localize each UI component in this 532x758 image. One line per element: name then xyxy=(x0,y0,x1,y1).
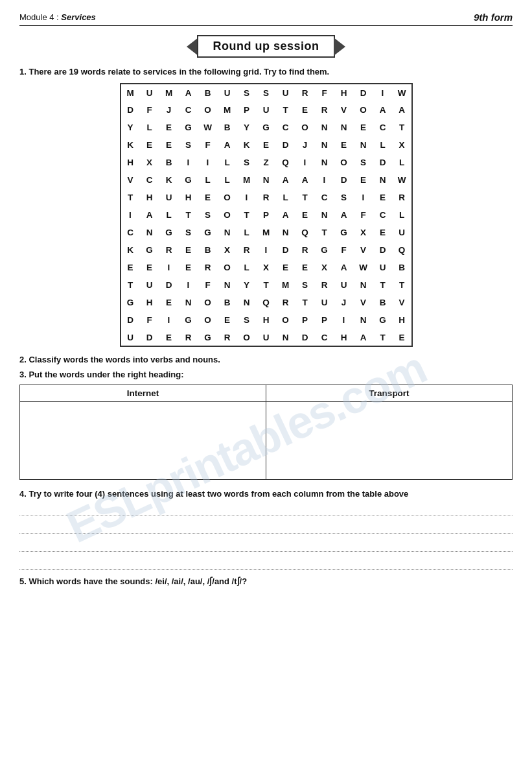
category-table: Internet Transport xyxy=(19,385,513,480)
ws-cell: S xyxy=(257,84,276,101)
ws-cell: A xyxy=(393,101,412,119)
ws-cell: L xyxy=(218,154,237,171)
ws-cell: O xyxy=(354,101,373,119)
ws-cell: G xyxy=(121,294,140,311)
ws-cell: T xyxy=(373,329,393,346)
ws-cell: B xyxy=(373,294,393,311)
ws-cell: O xyxy=(237,329,257,346)
ws-cell: R xyxy=(198,259,218,276)
ws-cell: R xyxy=(159,241,179,259)
ws-cell: T xyxy=(276,101,295,119)
ws-cell: R xyxy=(295,241,315,259)
ws-cell: E xyxy=(140,259,159,276)
ws-cell: S xyxy=(237,84,257,101)
ws-cell: G xyxy=(179,171,198,189)
ws-cell: E xyxy=(159,136,179,154)
ws-cell: T xyxy=(315,224,334,241)
ws-cell: L xyxy=(218,171,237,189)
ws-cell: H xyxy=(393,311,412,329)
ws-cell: N xyxy=(334,119,354,136)
ws-cell: T xyxy=(295,294,315,311)
ws-cell: I xyxy=(237,189,257,206)
ws-cell: E xyxy=(334,136,354,154)
ws-cell: E xyxy=(121,259,140,276)
ws-cell: N xyxy=(276,224,295,241)
ws-cell: M xyxy=(237,171,257,189)
ws-cell: E xyxy=(295,206,315,224)
ws-cell: T xyxy=(393,119,412,136)
ws-cell: U xyxy=(140,276,159,294)
ws-cell: O xyxy=(218,189,237,206)
ws-cell: G xyxy=(315,241,334,259)
right-arrow-icon xyxy=(334,38,345,56)
ws-cell: N xyxy=(315,119,334,136)
ws-cell: W xyxy=(198,119,218,136)
ws-cell: F xyxy=(140,101,159,119)
ws-cell: H xyxy=(140,189,159,206)
ws-cell: O xyxy=(276,311,295,329)
ws-cell: J xyxy=(295,136,315,154)
ws-cell: N xyxy=(140,224,159,241)
ws-cell: W xyxy=(393,171,412,189)
ws-cell: N xyxy=(354,311,373,329)
answer-line-1 xyxy=(19,504,513,515)
ws-cell: U xyxy=(121,329,140,346)
ws-cell: D xyxy=(373,241,393,259)
answer-line-3 xyxy=(19,540,513,552)
ws-cell: K xyxy=(121,241,140,259)
ws-cell: X xyxy=(315,259,334,276)
ws-cell: N xyxy=(218,276,237,294)
ws-cell: Q xyxy=(257,294,276,311)
ws-cell: U xyxy=(276,84,295,101)
ws-cell: Y xyxy=(237,119,257,136)
ws-cell: E xyxy=(159,329,179,346)
ws-cell: X xyxy=(218,241,237,259)
ws-cell: S xyxy=(295,276,315,294)
wordsearch-wrapper: MUMABUSSURFHDIWDFJCOMPUTERVOAAYLEGWBYGCO… xyxy=(19,83,513,347)
ws-cell: I xyxy=(179,154,198,171)
ws-cell: R xyxy=(315,276,334,294)
col-transport-header: Transport xyxy=(266,385,513,402)
question-1: 1. There are 19 words relate to services… xyxy=(19,67,513,77)
ws-cell: R xyxy=(179,329,198,346)
ws-cell: T xyxy=(295,189,315,206)
ws-cell: I xyxy=(315,171,334,189)
ws-cell: L xyxy=(198,171,218,189)
ws-cell: E xyxy=(140,136,159,154)
ws-cell: K xyxy=(159,171,179,189)
ws-cell: T xyxy=(179,206,198,224)
ws-cell: A xyxy=(140,206,159,224)
ws-cell: H xyxy=(257,311,276,329)
ws-cell: N xyxy=(373,171,393,189)
ws-cell: R xyxy=(295,84,315,101)
ws-cell: D xyxy=(373,154,393,171)
ws-cell: C xyxy=(315,329,334,346)
ws-cell: U xyxy=(140,84,159,101)
ws-cell: G xyxy=(257,119,276,136)
ws-cell: U xyxy=(257,329,276,346)
ws-cell: G xyxy=(140,241,159,259)
ws-cell: M xyxy=(257,224,276,241)
ws-cell: M xyxy=(276,276,295,294)
ws-cell: R xyxy=(276,294,295,311)
ws-cell: V xyxy=(354,241,373,259)
ws-cell: X xyxy=(140,154,159,171)
ws-cell: D xyxy=(334,171,354,189)
ws-cell: A xyxy=(354,329,373,346)
ws-cell: F xyxy=(198,276,218,294)
ws-cell: L xyxy=(276,189,295,206)
ws-cell: O xyxy=(218,259,237,276)
ws-cell: O xyxy=(334,154,354,171)
ws-cell: Z xyxy=(257,154,276,171)
ws-cell: E xyxy=(179,241,198,259)
ws-cell: E xyxy=(159,294,179,311)
ws-cell: E xyxy=(159,119,179,136)
ws-cell: M xyxy=(159,84,179,101)
ws-cell: B xyxy=(159,154,179,171)
ws-cell: S xyxy=(179,224,198,241)
question-4: 4. Try to write four (4) sentences using… xyxy=(19,489,513,499)
ws-cell: L xyxy=(140,119,159,136)
ws-cell: A xyxy=(218,136,237,154)
ws-cell: O xyxy=(198,294,218,311)
ws-cell: I xyxy=(159,311,179,329)
